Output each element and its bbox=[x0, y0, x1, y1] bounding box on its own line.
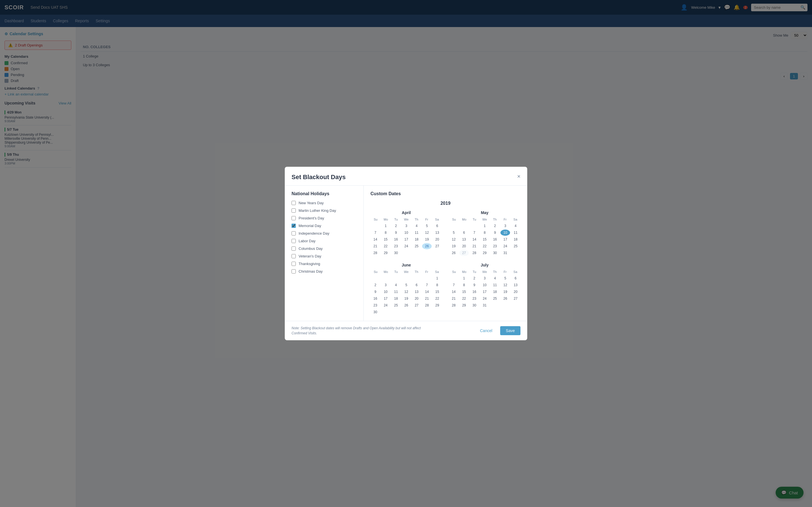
day-cell[interactable]: 20 bbox=[459, 243, 469, 249]
day-cell[interactable]: 18 bbox=[391, 295, 401, 302]
day-cell[interactable]: 21 bbox=[449, 295, 459, 302]
holiday-columbus-checkbox[interactable] bbox=[292, 246, 296, 251]
holiday-thanksgiving[interactable]: Thanksgiving bbox=[292, 262, 357, 266]
day-cell[interactable]: 27 bbox=[459, 250, 469, 256]
day-cell[interactable]: 17 bbox=[402, 236, 411, 242]
day-cell[interactable]: 30 bbox=[391, 250, 401, 256]
day-cell[interactable]: 11 bbox=[391, 289, 401, 295]
day-cell[interactable]: 26 bbox=[422, 243, 432, 249]
day-cell[interactable]: 30 bbox=[370, 309, 380, 315]
day-cell[interactable]: 17 bbox=[381, 295, 391, 302]
day-cell[interactable]: 23 bbox=[469, 295, 479, 302]
day-cell[interactable]: 7 bbox=[449, 282, 459, 288]
day-cell[interactable]: 26 bbox=[449, 250, 459, 256]
day-cell[interactable]: 14 bbox=[370, 236, 380, 242]
day-cell[interactable]: 16 bbox=[490, 236, 500, 242]
day-cell[interactable]: 21 bbox=[469, 243, 479, 249]
day-cell[interactable]: 18 bbox=[511, 236, 520, 242]
day-cell[interactable]: 8 bbox=[459, 282, 469, 288]
holiday-labor-checkbox[interactable] bbox=[292, 239, 296, 243]
day-cell[interactable]: 28 bbox=[469, 250, 479, 256]
holiday-new-years[interactable]: New Years Day bbox=[292, 201, 357, 205]
day-cell[interactable]: 27 bbox=[412, 302, 421, 308]
day-cell[interactable]: 1 bbox=[381, 223, 391, 229]
day-cell[interactable]: 31 bbox=[480, 302, 490, 308]
day-cell[interactable]: 15 bbox=[381, 236, 391, 242]
day-cell[interactable]: 2 bbox=[469, 275, 479, 281]
day-cell[interactable]: 5 bbox=[449, 230, 459, 236]
day-cell[interactable]: 6 bbox=[412, 282, 421, 288]
day-cell[interactable]: 25 bbox=[391, 302, 401, 308]
day-cell[interactable]: 15 bbox=[432, 289, 442, 295]
day-cell[interactable]: 10 bbox=[381, 289, 391, 295]
day-cell[interactable]: 3 bbox=[480, 275, 490, 281]
day-cell[interactable]: 3 bbox=[500, 223, 510, 229]
holiday-veterans[interactable]: Veteran's Day bbox=[292, 254, 357, 258]
save-button[interactable]: Save bbox=[500, 326, 520, 335]
day-cell[interactable]: 20 bbox=[432, 236, 442, 242]
day-cell[interactable]: 3 bbox=[381, 282, 391, 288]
day-cell[interactable]: 19 bbox=[402, 295, 411, 302]
day-cell[interactable]: 29 bbox=[432, 302, 442, 308]
day-cell[interactable]: 24 bbox=[381, 302, 391, 308]
modal-close-button[interactable]: × bbox=[517, 173, 520, 179]
day-cell[interactable]: 8 bbox=[381, 230, 391, 236]
cancel-button[interactable]: Cancel bbox=[475, 326, 497, 335]
day-cell[interactable]: 19 bbox=[449, 243, 459, 249]
day-cell[interactable]: 14 bbox=[469, 236, 479, 242]
holiday-christmas[interactable]: Christmas Day bbox=[292, 269, 357, 274]
day-cell[interactable]: 3 bbox=[402, 223, 411, 229]
day-cell[interactable]: 9 bbox=[370, 289, 380, 295]
day-cell[interactable]: 13 bbox=[412, 289, 421, 295]
day-cell[interactable]: 9 bbox=[469, 282, 479, 288]
day-cell[interactable]: 6 bbox=[432, 223, 442, 229]
day-cell[interactable]: 13 bbox=[511, 282, 520, 288]
day-cell[interactable]: 10 bbox=[402, 230, 411, 236]
day-cell[interactable]: 5 bbox=[402, 282, 411, 288]
day-cell[interactable]: 16 bbox=[391, 236, 401, 242]
day-cell[interactable]: 18 bbox=[490, 289, 500, 295]
day-cell[interactable]: 25 bbox=[511, 243, 520, 249]
holiday-presidents-checkbox[interactable] bbox=[292, 216, 296, 220]
holiday-columbus[interactable]: Columbus Day bbox=[292, 246, 357, 251]
day-cell[interactable]: 26 bbox=[500, 295, 510, 302]
day-cell[interactable]: 13 bbox=[432, 230, 442, 236]
day-cell[interactable]: 12 bbox=[422, 230, 432, 236]
day-cell[interactable]: 7 bbox=[469, 230, 479, 236]
day-cell[interactable]: 28 bbox=[449, 302, 459, 308]
day-cell[interactable]: 8 bbox=[432, 282, 442, 288]
day-cell[interactable]: 7 bbox=[370, 230, 380, 236]
day-cell[interactable]: 22 bbox=[432, 295, 442, 302]
day-cell[interactable]: 14 bbox=[422, 289, 432, 295]
day-cell[interactable]: 23 bbox=[490, 243, 500, 249]
day-cell[interactable]: 24 bbox=[402, 243, 411, 249]
holiday-independence-checkbox[interactable] bbox=[292, 231, 296, 235]
day-cell[interactable]: 1 bbox=[432, 275, 442, 281]
day-cell[interactable]: 8 bbox=[480, 230, 490, 236]
day-cell[interactable]: 16 bbox=[370, 295, 380, 302]
day-cell[interactable]: 2 bbox=[391, 223, 401, 229]
day-cell[interactable]: 5 bbox=[422, 223, 432, 229]
holiday-independence[interactable]: Independence Day bbox=[292, 231, 357, 235]
holiday-memorial-checkbox[interactable] bbox=[292, 224, 296, 228]
day-cell[interactable]: 28 bbox=[422, 302, 432, 308]
day-cell[interactable]: 17 bbox=[480, 289, 490, 295]
day-cell[interactable]: 4 bbox=[490, 275, 500, 281]
day-cell[interactable]: 4 bbox=[511, 223, 520, 229]
holiday-labor[interactable]: Labor Day bbox=[292, 239, 357, 243]
day-cell[interactable]: 6 bbox=[459, 230, 469, 236]
day-cell[interactable]: 27 bbox=[511, 295, 520, 302]
day-cell[interactable]: 4 bbox=[412, 223, 421, 229]
holiday-mlk-checkbox[interactable] bbox=[292, 209, 296, 213]
day-cell[interactable]: 11 bbox=[511, 230, 520, 236]
day-cell[interactable]: 2 bbox=[370, 282, 380, 288]
day-cell[interactable]: 30 bbox=[469, 302, 479, 308]
day-cell[interactable]: 20 bbox=[511, 289, 520, 295]
holiday-presidents[interactable]: President's Day bbox=[292, 216, 357, 220]
day-cell[interactable]: 17 bbox=[500, 236, 510, 242]
day-cell[interactable]: 18 bbox=[412, 236, 421, 242]
day-cell[interactable]: 23 bbox=[391, 243, 401, 249]
day-cell[interactable]: 9 bbox=[490, 230, 500, 236]
day-cell[interactable]: 11 bbox=[412, 230, 421, 236]
day-cell[interactable]: 1 bbox=[480, 223, 490, 229]
